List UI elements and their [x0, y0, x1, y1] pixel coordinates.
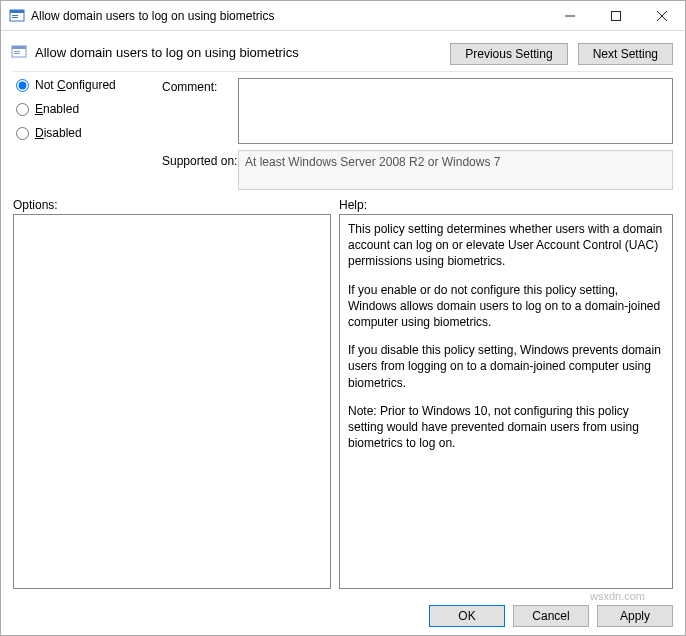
window-buttons [547, 1, 685, 30]
minimize-button[interactable] [547, 1, 593, 30]
apply-button[interactable]: Apply [597, 605, 673, 627]
titlebar: Allow domain users to log on using biome… [1, 1, 685, 31]
next-setting-button[interactable]: Next Setting [578, 43, 673, 65]
app-icon [9, 8, 25, 24]
maximize-button[interactable] [593, 1, 639, 30]
svg-rect-2 [12, 15, 18, 16]
options-label: Options: [13, 198, 339, 212]
comment-label: Comment: [162, 78, 234, 94]
dialog-window: Allow domain users to log on using biome… [0, 0, 686, 636]
footer-buttons: OK Cancel Apply [1, 597, 685, 635]
supported-on-field: At least Windows Server 2008 R2 or Windo… [238, 150, 673, 190]
help-text: This policy setting determines whether u… [348, 221, 664, 270]
radio-not-configured[interactable]: Not Configured [16, 78, 158, 92]
radio-enabled-input[interactable] [16, 103, 29, 116]
comment-textarea[interactable] [238, 78, 673, 144]
policy-title: Allow domain users to log on using biome… [35, 45, 442, 60]
ok-button[interactable]: OK [429, 605, 505, 627]
panels: This policy setting determines whether u… [1, 214, 685, 597]
help-panel[interactable]: This policy setting determines whether u… [339, 214, 673, 589]
supported-on-label: Supported on: [162, 150, 234, 168]
svg-rect-1 [10, 10, 24, 13]
help-text: If you enable or do not configure this p… [348, 282, 664, 331]
svg-rect-5 [612, 11, 621, 20]
watermark: wsxdn.com [590, 590, 645, 602]
policy-icon [11, 44, 27, 60]
svg-rect-11 [14, 53, 20, 54]
svg-rect-9 [12, 46, 26, 49]
window-title: Allow domain users to log on using biome… [31, 9, 547, 23]
help-text: Note: Prior to Windows 10, not configuri… [348, 403, 664, 452]
svg-rect-10 [14, 51, 20, 52]
state-radio-group: Not Configured Enabled Disabled [13, 78, 158, 140]
close-button[interactable] [639, 1, 685, 30]
help-label: Help: [339, 198, 367, 212]
radio-not-configured-input[interactable] [16, 79, 29, 92]
options-panel[interactable] [13, 214, 331, 589]
radio-disabled-input[interactable] [16, 127, 29, 140]
previous-setting-button[interactable]: Previous Setting [450, 43, 567, 65]
help-text: If you disable this policy setting, Wind… [348, 342, 664, 391]
panel-labels: Options: Help: [1, 190, 685, 214]
svg-rect-3 [12, 17, 18, 18]
header: Allow domain users to log on using biome… [1, 31, 685, 65]
radio-disabled[interactable]: Disabled [16, 126, 158, 140]
cancel-button[interactable]: Cancel [513, 605, 589, 627]
config-area: Not Configured Enabled Disabled Comment:… [1, 72, 685, 190]
radio-enabled[interactable]: Enabled [16, 102, 158, 116]
